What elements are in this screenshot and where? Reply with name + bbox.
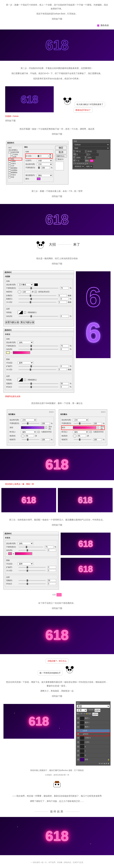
layer-row[interactable]: 👁●外发光 [77, 733, 110, 736]
sidebar-item[interactable]: 图案叠加 [11, 172, 17, 174]
noise-input[interactable] [60, 348, 69, 350]
opacity-input[interactable] [41, 422, 50, 425]
color-swatch[interactable] [37, 178, 40, 180]
layer-fill[interactable] [92, 713, 98, 716]
slider[interactable] [18, 346, 58, 346]
slider[interactable] [74, 423, 91, 424]
slider[interactable] [18, 580, 45, 581]
scale-input[interactable] [41, 438, 50, 441]
shadow-color[interactable] [34, 283, 38, 286]
vscale[interactable] [76, 156, 84, 159]
blend-select[interactable]: 正片叠底 [18, 283, 33, 286]
slider[interactable] [18, 547, 43, 547]
angle-wheel[interactable] [73, 434, 76, 438]
lang-select[interactable]: 美国英语 [73, 165, 84, 168]
blend-mode[interactable]: 正常 [77, 709, 87, 712]
font-style[interactable]: Bold [73, 147, 110, 150]
range-input[interactable] [60, 382, 69, 385]
antialias[interactable]: 消除锯齿(L) [28, 311, 37, 314]
font-family[interactable]: Gotham [73, 143, 110, 146]
align-check[interactable]: 与图层对齐(I) [93, 431, 104, 433]
position-select[interactable]: 外部 [37, 159, 52, 162]
layer-row[interactable]: 👁6 拷贝 2 [77, 736, 110, 740]
slider[interactable] [18, 369, 56, 370]
layer-opacity[interactable] [94, 709, 101, 712]
glow-color[interactable] [6, 351, 10, 354]
opacity-slider[interactable] [38, 167, 39, 168]
choke-input[interactable] [60, 298, 69, 300]
angle-wheel[interactable] [21, 434, 25, 438]
align-check[interactable]: 与图层对齐(I) [41, 431, 51, 433]
layer-row[interactable]: 👁fx效果 [77, 729, 110, 733]
leading[interactable] [87, 150, 97, 153]
glow-gradient[interactable] [15, 552, 32, 555]
blend-select[interactable]: 正常 [21, 418, 37, 422]
slider[interactable] [18, 288, 58, 288]
sidebar-item[interactable]: 纹理 [13, 156, 16, 158]
slider[interactable] [74, 439, 91, 440]
ok-button[interactable]: 确定 [55, 146, 67, 150]
size-input[interactable] [58, 368, 67, 371]
slider[interactable] [18, 383, 58, 384]
style-select[interactable]: 线性 [73, 431, 88, 433]
angle-input[interactable] [77, 435, 86, 437]
sidebar-item[interactable]: 混合选项默认 [8, 149, 22, 151]
opacity-input[interactable] [93, 422, 102, 425]
global-light[interactable]: 使用全局光(G) [38, 290, 49, 293]
slider[interactable] [18, 349, 58, 350]
blend-select[interactable]: 正常 [73, 418, 88, 422]
scale-input[interactable] [93, 438, 102, 441]
angle-wheel[interactable] [18, 290, 21, 293]
layer-kind[interactable]: 类型 [77, 705, 110, 708]
sidebar-item[interactable]: 渐变叠加 [11, 169, 17, 171]
cancel-button[interactable]: 取消 [55, 150, 67, 154]
antialias[interactable]: 消除锯齿(L) [28, 379, 37, 381]
layer-row[interactable]: 👁6 [77, 745, 110, 749]
sidebar-item[interactable]: 颜色叠加 [11, 167, 17, 169]
opacity-input[interactable] [60, 345, 69, 347]
angle-input[interactable] [26, 435, 34, 437]
size-input[interactable] [58, 301, 67, 304]
spread-input[interactable] [60, 365, 69, 368]
sidebar-item[interactable]: 等高线 [13, 154, 18, 155]
slider[interactable] [22, 439, 39, 440]
glow-gradient[interactable] [13, 351, 30, 354]
preview-check[interactable]: 预览(V) [58, 158, 64, 160]
char-color[interactable] [90, 159, 93, 162]
opacity-input[interactable] [60, 287, 69, 289]
layer-row[interactable]: 👁6 拷贝 [77, 740, 110, 745]
slider[interactable] [18, 550, 45, 551]
size-input[interactable] [40, 155, 48, 157]
slider[interactable] [18, 295, 56, 296]
gradient-picker[interactable] [73, 426, 96, 429]
newstyle-button[interactable]: 新建样式(W)... [55, 155, 67, 157]
range-input[interactable] [47, 579, 56, 582]
font-size[interactable] [75, 150, 85, 153]
layer-row[interactable]: 👁图层 2 [77, 721, 110, 725]
filltype-select[interactable]: 颜色 [37, 174, 52, 177]
gradient-picker[interactable] [21, 426, 44, 429]
slider[interactable] [18, 366, 58, 367]
sidebar-item[interactable]: 描边 [11, 158, 14, 160]
glow-color[interactable] [8, 552, 12, 555]
slider[interactable] [18, 299, 58, 299]
jitter-input[interactable] [47, 582, 56, 585]
sidebar-item[interactable]: 外发光 [11, 174, 16, 176]
sidebar-item[interactable]: 内发光 [11, 163, 16, 164]
blend-select[interactable]: 正常 [37, 163, 52, 166]
noise-input[interactable] [60, 315, 69, 317]
opacity-input[interactable] [41, 166, 50, 169]
slider[interactable] [18, 386, 58, 387]
technique-select[interactable]: 柔和 [18, 562, 33, 565]
slider[interactable] [22, 423, 39, 424]
opacity-input[interactable] [45, 546, 53, 548]
angle-input[interactable] [22, 290, 31, 293]
contour-picker[interactable] [18, 311, 23, 314]
slider[interactable] [18, 302, 56, 303]
baseline[interactable] [76, 159, 84, 162]
reset-button[interactable]: 复位为默认值 [20, 320, 35, 324]
spread-input[interactable] [47, 566, 56, 568]
size-input[interactable] [47, 569, 56, 572]
hscale[interactable] [87, 156, 96, 159]
technique-select[interactable]: 柔和 [18, 361, 33, 364]
